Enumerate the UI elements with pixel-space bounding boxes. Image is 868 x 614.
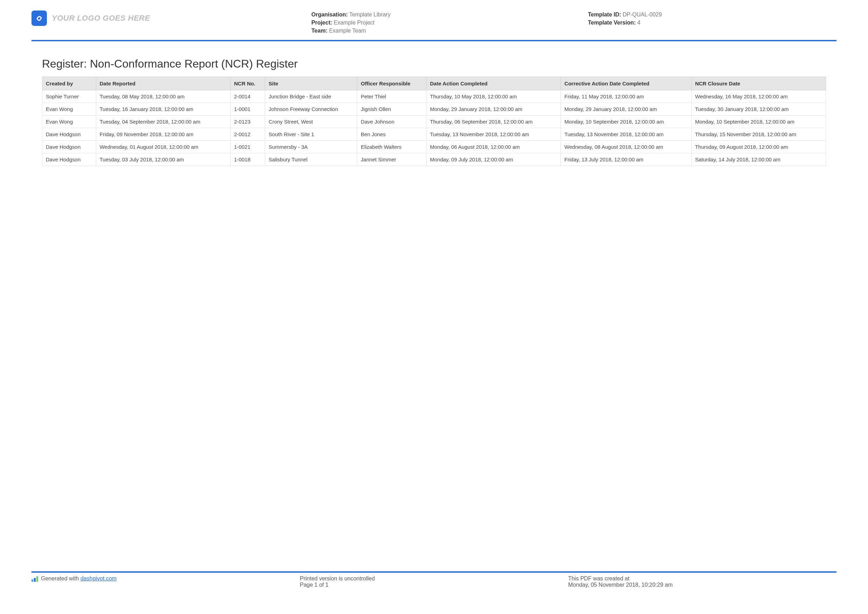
cell-closure-date: Saturday, 14 July 2018, 12:00:00 am bbox=[691, 153, 826, 166]
cell-created-by: Sophie Turner bbox=[42, 90, 96, 103]
cell-ncr-no: 1-0001 bbox=[231, 103, 265, 115]
cell-ncr-no: 1-0021 bbox=[231, 140, 265, 153]
cell-date-action: Tuesday, 13 November 2018, 12:00:00 am bbox=[426, 128, 561, 140]
table-row: Dave HodgsonWednesday, 01 August 2018, 1… bbox=[42, 140, 826, 153]
cell-ncr-no: 2-0012 bbox=[231, 128, 265, 140]
footer-center: Printed version is uncontrolled Page 1 o… bbox=[300, 575, 568, 588]
cell-created-by: Dave Hodgson bbox=[42, 140, 96, 153]
project-value: Example Project bbox=[334, 20, 375, 26]
organisation-value: Template Library bbox=[349, 12, 391, 17]
cell-closure-date: Tuesday, 30 January 2018, 12:00:00 am bbox=[691, 103, 826, 115]
cell-created-by: Dave Hodgson bbox=[42, 153, 96, 166]
template-version-value: 4 bbox=[637, 20, 640, 26]
register-table: Created by Date Reported NCR No. Site Of… bbox=[42, 77, 826, 166]
cell-officer: Jignish Ollen bbox=[357, 103, 426, 115]
bars-icon bbox=[31, 576, 38, 582]
table-body: Sophie TurnerTuesday, 08 May 2018, 12:00… bbox=[42, 90, 826, 166]
table-row: Dave HodgsonTuesday, 03 July 2018, 12:00… bbox=[42, 153, 826, 166]
dashpivot-link[interactable]: dashpivot.com bbox=[81, 575, 116, 581]
cell-site: Junction Bridge - East side bbox=[265, 90, 357, 103]
footer-left: Generated with dashpivot.com bbox=[31, 575, 300, 588]
col-officer-responsible: Officer Responsible bbox=[357, 77, 426, 90]
cell-corrective-date: Monday, 10 September 2018, 12:00:00 am bbox=[561, 115, 691, 128]
cell-closure-date: Thursday, 15 November 2018, 12:00:00 am bbox=[691, 128, 826, 140]
cell-date-action: Monday, 09 July 2018, 12:00:00 am bbox=[426, 153, 561, 166]
cell-closure-date: Monday, 10 September 2018, 12:00:00 am bbox=[691, 115, 826, 128]
page-title: Register: Non-Conformance Report (NCR) R… bbox=[42, 58, 826, 70]
table-row: Sophie TurnerTuesday, 08 May 2018, 12:00… bbox=[42, 90, 826, 103]
logo-placeholder-text: YOUR LOGO GOES HERE bbox=[52, 14, 150, 23]
cell-officer: Jannet Simmer bbox=[357, 153, 426, 166]
template-id-value: DP-QUAL-0029 bbox=[623, 12, 662, 17]
cell-site: Johnson Freeway Connection bbox=[265, 103, 357, 115]
created-at-label: This PDF was created at bbox=[568, 575, 837, 582]
header: YOUR LOGO GOES HERE Organisation: Templa… bbox=[31, 11, 837, 41]
cell-date-action: Monday, 29 January 2018, 12:00:00 am bbox=[426, 103, 561, 115]
team-value: Example Team bbox=[329, 28, 366, 34]
col-site: Site bbox=[265, 77, 357, 90]
cell-date-reported: Tuesday, 04 September 2018, 12:00:00 am bbox=[96, 115, 230, 128]
cell-site: Summersby - 3A bbox=[265, 140, 357, 153]
cell-corrective-date: Tuesday, 13 November 2018, 12:00:00 am bbox=[561, 128, 691, 140]
cell-created-by: Dave Hodgson bbox=[42, 128, 96, 140]
cell-date-reported: Wednesday, 01 August 2018, 12:00:00 am bbox=[96, 140, 230, 153]
cell-officer: Dave Johnson bbox=[357, 115, 426, 128]
cell-corrective-date: Wednesday, 08 August 2018, 12:00:00 am bbox=[561, 140, 691, 153]
template-id-label: Template ID: bbox=[588, 12, 622, 17]
col-date-reported: Date Reported bbox=[96, 77, 230, 90]
logo-icon bbox=[31, 11, 47, 26]
col-date-action-completed: Date Action Completed bbox=[426, 77, 561, 90]
cell-ncr-no: 2-0123 bbox=[231, 115, 265, 128]
team-label: Team: bbox=[312, 28, 327, 34]
page-of: Page 1 of 1 bbox=[300, 582, 568, 588]
cell-officer: Peter Thiel bbox=[357, 90, 426, 103]
cell-created-by: Evan Wong bbox=[42, 115, 96, 128]
table-row: Dave HodgsonFriday, 09 November 2018, 12… bbox=[42, 128, 826, 140]
cell-date-reported: Tuesday, 03 July 2018, 12:00:00 am bbox=[96, 153, 230, 166]
cell-closure-date: Thursday, 09 August 2018, 12:00:00 am bbox=[691, 140, 826, 153]
page: YOUR LOGO GOES HERE Organisation: Templa… bbox=[0, 0, 868, 614]
cell-ncr-no: 1-0018 bbox=[231, 153, 265, 166]
cell-created-by: Evan Wong bbox=[42, 103, 96, 115]
cell-date-action: Thursday, 06 September 2018, 12:00:00 am bbox=[426, 115, 561, 128]
col-corrective-action-date: Corrective Action Date Completed bbox=[561, 77, 691, 90]
content-area: Register: Non-Conformance Report (NCR) R… bbox=[31, 41, 837, 166]
col-created-by: Created by bbox=[42, 77, 96, 90]
cell-date-action: Thursday, 10 May 2018, 12:00:00 am bbox=[426, 90, 561, 103]
cell-date-action: Monday, 06 August 2018, 12:00:00 am bbox=[426, 140, 561, 153]
organisation-label: Organisation: bbox=[312, 12, 348, 17]
cell-date-reported: Tuesday, 08 May 2018, 12:00:00 am bbox=[96, 90, 230, 103]
project-label: Project: bbox=[312, 20, 332, 26]
uncontrolled-note: Printed version is uncontrolled bbox=[300, 575, 568, 582]
table-header: Created by Date Reported NCR No. Site Of… bbox=[42, 77, 826, 90]
cell-site: Crony Street, West bbox=[265, 115, 357, 128]
col-ncr-no: NCR No. bbox=[231, 77, 265, 90]
cell-closure-date: Wednesday, 16 May 2018, 12:00:00 am bbox=[691, 90, 826, 103]
cell-date-reported: Friday, 09 November 2018, 12:00:00 am bbox=[96, 128, 230, 140]
table-row: Evan WongTuesday, 16 January 2018, 12:00… bbox=[42, 103, 826, 115]
created-at-value: Monday, 05 November 2018, 10:20:29 am bbox=[568, 582, 837, 588]
generated-prefix: Generated with bbox=[41, 575, 81, 581]
cell-date-reported: Tuesday, 16 January 2018, 12:00:00 am bbox=[96, 103, 230, 115]
logo-block: YOUR LOGO GOES HERE bbox=[31, 11, 242, 26]
template-version-label: Template Version: bbox=[588, 20, 636, 26]
col-ncr-closure-date: NCR Closure Date bbox=[691, 77, 826, 90]
footer-right: This PDF was created at Monday, 05 Novem… bbox=[568, 575, 837, 588]
cell-officer: Elizabeth Walters bbox=[357, 140, 426, 153]
footer: Generated with dashpivot.com Printed ver… bbox=[31, 571, 837, 588]
cell-site: South River - Site 1 bbox=[265, 128, 357, 140]
header-meta-right: Template ID: DP-QUAL-0029 Template Versi… bbox=[574, 11, 837, 26]
cell-officer: Ben Jones bbox=[357, 128, 426, 140]
cell-corrective-date: Friday, 13 July 2018, 12:00:00 am bbox=[561, 153, 691, 166]
header-meta-center: Organisation: Template Library Project: … bbox=[256, 11, 560, 35]
cell-corrective-date: Monday, 29 January 2018, 12:00:00 am bbox=[561, 103, 691, 115]
cell-site: Salisbury Tunnel bbox=[265, 153, 357, 166]
cell-corrective-date: Friday, 11 May 2018, 12:00:00 am bbox=[561, 90, 691, 103]
cell-ncr-no: 2-0014 bbox=[231, 90, 265, 103]
table-row: Evan WongTuesday, 04 September 2018, 12:… bbox=[42, 115, 826, 128]
